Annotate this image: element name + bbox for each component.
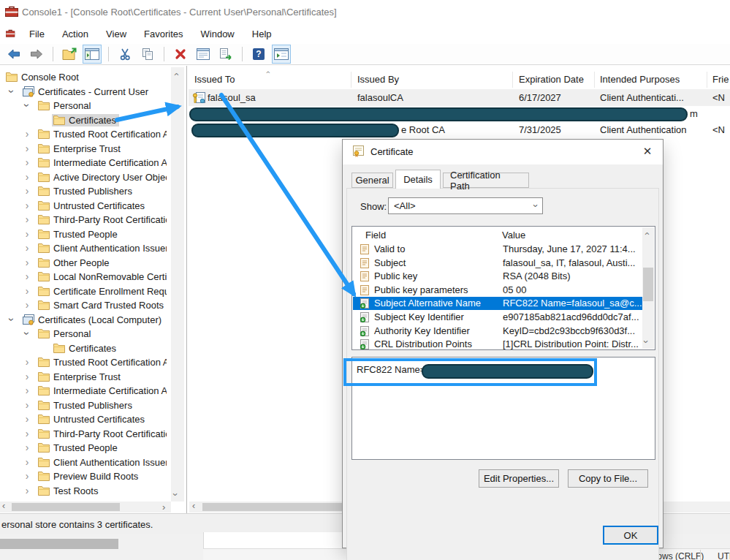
- tree-item-client-authentication-issuers[interactable]: ›Client Authentication Issuers: [0, 455, 167, 469]
- properties-icon[interactable]: [194, 45, 213, 64]
- tab-certification-path[interactable]: Certification Path: [443, 173, 529, 188]
- tree-node[interactable]: Preview Build Roots: [37, 470, 141, 483]
- tree-node[interactable]: Certificates (Local Computer): [21, 314, 164, 326]
- tree-item-certificates[interactable]: Certificates: [0, 113, 167, 127]
- tree-node[interactable]: Intermediate Certification Au: [37, 385, 167, 397]
- tree-node[interactable]: Trusted People: [37, 228, 121, 241]
- chevron-collapsed-icon[interactable]: ›: [23, 444, 31, 451]
- up-folder-icon[interactable]: [60, 45, 79, 64]
- tree-node[interactable]: Test Roots: [37, 485, 101, 497]
- tree-node[interactable]: Smart Card Trusted Roots: [37, 299, 167, 311]
- tree-item-personal[interactable]: ›Personal: [0, 99, 167, 113]
- scroll-down-icon[interactable]: ›: [642, 340, 651, 343]
- edit-properties-button[interactable]: Edit Properties...: [479, 469, 559, 488]
- tree-node[interactable]: Other People: [37, 257, 113, 269]
- tree-item-smart-card-trusted-roots[interactable]: ›Smart Card Trusted Roots: [0, 298, 167, 312]
- chevron-collapsed-icon[interactable]: ›: [23, 187, 31, 194]
- column-friendly[interactable]: Frie: [712, 74, 729, 85]
- show-console-tree-icon[interactable]: [83, 45, 102, 64]
- menu-help[interactable]: Help: [252, 29, 272, 39]
- tree-item-untrusted-certificates[interactable]: ›Untrusted Certificates: [0, 412, 167, 426]
- help-icon[interactable]: ?: [249, 45, 268, 64]
- close-icon[interactable]: ✕: [636, 141, 658, 162]
- field-row-public-key[interactable]: Public keyRSA (2048 Bits): [353, 270, 643, 283]
- chevron-collapsed-icon[interactable]: ›: [23, 202, 31, 209]
- menu-favorites[interactable]: Favorites: [144, 29, 183, 39]
- tab-general[interactable]: General: [351, 173, 393, 188]
- value-column-header[interactable]: Value: [502, 230, 525, 241]
- tree-item-certificate-enrollment-reque[interactable]: ›Certificate Enrollment Reque: [0, 284, 167, 298]
- tree-item-trusted-publishers[interactable]: ›Trusted Publishers: [0, 184, 167, 198]
- chevron-collapsed-icon[interactable]: ›: [23, 373, 31, 380]
- tree-node[interactable]: Third-Party Root Certification: [37, 213, 167, 226]
- tree-item-trusted-root-certification-au[interactable]: ›Trusted Root Certification Au: [0, 127, 167, 141]
- chevron-collapsed-icon[interactable]: ›: [23, 387, 31, 394]
- column-purposes[interactable]: Intended Purposes: [600, 74, 680, 85]
- scroll-down-icon[interactable]: ›: [171, 493, 180, 496]
- tree-item-enterprise-trust[interactable]: ›Enterprise Trust: [0, 370, 167, 384]
- chevron-collapsed-icon[interactable]: ›: [23, 415, 31, 423]
- tree-item-third-party-root-certification[interactable]: ›Third-Party Root Certification: [0, 427, 167, 441]
- tree-item-enterprise-trust[interactable]: ›Enterprise Trust: [0, 142, 167, 156]
- field-row-subject-key-identifier[interactable]: Subject Key Identifiere907185ab821acd96d…: [353, 311, 643, 324]
- tree-item-certificates[interactable]: Certificates: [0, 341, 167, 355]
- field-list-scrollbar[interactable]: › ›: [642, 227, 654, 349]
- chevron-collapsed-icon[interactable]: ›: [23, 230, 31, 238]
- chevron-collapsed-icon[interactable]: ›: [23, 401, 31, 409]
- field-row-authority-key-identifier[interactable]: Authority Key IdentifierKeyID=cbd2c93bcc…: [353, 325, 643, 338]
- tree-item-client-authentication-issuers[interactable]: ›Client Authentication Issuers: [0, 241, 167, 255]
- tree-item-test-roots[interactable]: ›Test Roots: [0, 484, 167, 498]
- tree-item-certificates-local-computer[interactable]: ›Certificates (Local Computer): [0, 313, 167, 327]
- tree-node[interactable]: Local NonRemovable Certifi: [37, 270, 167, 283]
- scroll-left-icon[interactable]: ›: [192, 502, 195, 512]
- column-issued-by[interactable]: Issued By: [357, 74, 399, 85]
- menu-view[interactable]: View: [106, 29, 126, 39]
- scroll-up-icon[interactable]: ›: [642, 232, 651, 235]
- tree-node[interactable]: Client Authentication Issuers: [37, 242, 167, 254]
- delete-icon[interactable]: [171, 45, 190, 64]
- tree-node[interactable]: Enterprise Trust: [37, 371, 123, 383]
- chevron-expanded-icon[interactable]: ›: [8, 315, 15, 324]
- field-row-subject[interactable]: Subjectfalasoul_sa, IT, falasoul, Austi.…: [353, 257, 643, 270]
- tree-item-personal[interactable]: ›Personal: [0, 327, 167, 341]
- chevron-expanded-icon[interactable]: ›: [23, 101, 31, 110]
- chevron-collapsed-icon[interactable]: ›: [23, 259, 31, 266]
- show-dropdown[interactable]: <All> ›: [388, 197, 543, 214]
- tree-horizontal-scrollbar[interactable]: › ›: [0, 502, 171, 512]
- tree-item-third-party-root-certification[interactable]: ›Third-Party Root Certification: [0, 213, 167, 227]
- tree-node[interactable]: Personal: [37, 99, 94, 112]
- show-window-icon[interactable]: [272, 45, 291, 64]
- tree-node[interactable]: Intermediate Certification Au: [37, 156, 167, 169]
- field-row-valid-to[interactable]: Valid toThursday, June 17, 2027 11:4...: [353, 243, 643, 256]
- tree-item-intermediate-certification-au[interactable]: ›Intermediate Certification Au: [0, 384, 167, 398]
- tree-item-local-nonremovable-certifi[interactable]: ›Local NonRemovable Certifi: [0, 270, 167, 284]
- tree-item-console-root[interactable]: Console Root: [0, 70, 167, 84]
- menu-action[interactable]: Action: [62, 29, 88, 39]
- chevron-collapsed-icon[interactable]: ›: [23, 472, 31, 480]
- tree-item-trusted-root-certification-au[interactable]: ›Trusted Root Certification Au: [0, 355, 167, 369]
- forward-arrow-icon[interactable]: [27, 45, 46, 64]
- chevron-collapsed-icon[interactable]: ›: [23, 159, 31, 166]
- tree-node[interactable]: Trusted Root Certification Au: [37, 356, 167, 368]
- tree-item-intermediate-certification-au[interactable]: ›Intermediate Certification Au: [0, 156, 167, 170]
- tree-node[interactable]: Personal: [37, 328, 94, 340]
- chevron-collapsed-icon[interactable]: ›: [23, 173, 31, 181]
- field-row-public-key-parameters[interactable]: Public key parameters05 00: [353, 284, 643, 297]
- chevron-expanded-icon[interactable]: ›: [8, 87, 15, 96]
- tree-node[interactable]: Client Authentication Issuers: [37, 456, 167, 469]
- tree-node[interactable]: Certificate Enrollment Reque: [37, 285, 167, 298]
- tree-node[interactable]: Third-Party Root Certification: [37, 428, 167, 440]
- field-column-header[interactable]: Field: [365, 230, 386, 241]
- chevron-collapsed-icon[interactable]: ›: [23, 287, 31, 295]
- chevron-collapsed-icon[interactable]: ›: [23, 358, 31, 366]
- tree-node[interactable]: Trusted Publishers: [37, 185, 135, 197]
- scroll-right-icon[interactable]: ›: [162, 502, 165, 512]
- chevron-collapsed-icon[interactable]: ›: [23, 244, 31, 251]
- tree-item-untrusted-certificates[interactable]: ›Untrusted Certificates: [0, 199, 167, 213]
- tree-item-trusted-people[interactable]: ›Trusted People: [0, 441, 167, 455]
- tree-node[interactable]: Untrusted Certificates: [37, 200, 148, 212]
- chevron-collapsed-icon[interactable]: ›: [23, 487, 31, 494]
- chevron-collapsed-icon[interactable]: ›: [23, 458, 31, 466]
- scroll-up-icon[interactable]: ›: [171, 72, 180, 75]
- chevron-collapsed-icon[interactable]: ›: [23, 145, 31, 152]
